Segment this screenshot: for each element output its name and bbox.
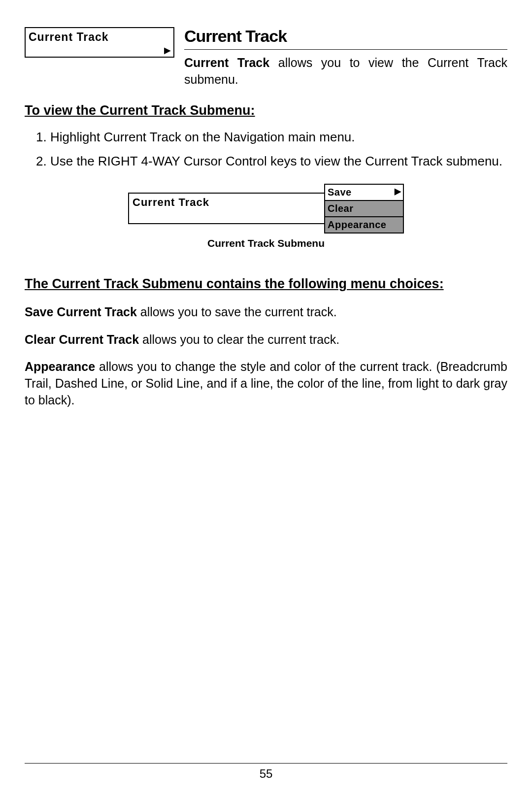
view-submenu-heading: To view the Current Track Submenu: xyxy=(25,101,507,119)
submenu-item-clear: Clear xyxy=(325,201,403,217)
step-item: Highlight Current Track on the Navigatio… xyxy=(50,129,507,146)
intro-paragraph: Current Track allows you to view the Cur… xyxy=(184,55,507,88)
choice-clear: Clear Current Track allows you to clear … xyxy=(25,332,507,348)
choices-heading: The Current Track Submenu contains the f… xyxy=(25,275,507,293)
menu-item-current-track[interactable]: Current Track ▶ xyxy=(25,27,174,58)
choice-save: Save Current Track allows you to save th… xyxy=(25,304,507,321)
menu-item-label: Current Track xyxy=(26,28,173,46)
submenu-item-save: Save ▶ xyxy=(325,185,403,201)
figure-submenu: Save ▶ Clear Appearance xyxy=(324,184,404,233)
figure-menu-item-current-track: Current Track xyxy=(128,193,325,224)
choice-appearance: Appearance allows you to change the styl… xyxy=(25,359,507,408)
steps-list: Highlight Current Track on the Navigatio… xyxy=(25,129,507,170)
page-number: 55 xyxy=(0,766,532,782)
section-title: Current Track xyxy=(184,25,507,50)
figure-caption: Current Track Submenu xyxy=(128,236,404,250)
submenu-item-appearance: Appearance xyxy=(325,217,403,233)
submenu-figure: Current Track Save ▶ Clear Appearance Cu… xyxy=(128,184,404,250)
footer-rule xyxy=(25,763,507,764)
triangle-right-icon: ▶ xyxy=(164,44,171,56)
triangle-right-icon: ▶ xyxy=(395,186,401,198)
step-item: Use the RIGHT 4-WAY Cursor Control keys … xyxy=(50,153,507,170)
